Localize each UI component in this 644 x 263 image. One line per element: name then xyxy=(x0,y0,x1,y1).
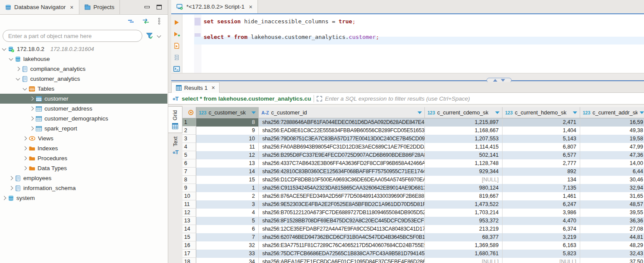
cell-c_customer_sk[interactable]: 7 xyxy=(196,233,259,241)
chevron-right-icon[interactable] xyxy=(23,156,27,161)
row-number[interactable]: 12 xyxy=(182,209,196,217)
close-icon[interactable]: × xyxy=(211,84,215,91)
cell-c_customer_id[interactable]: sha256:ABEA16E7E1ECBDCA6E01CE1095D84E37C… xyxy=(259,258,425,263)
chevron-right-icon[interactable] xyxy=(30,117,34,121)
cell-c_customer_id[interactable]: sha256:FA0ABB6943B98054FC31D12D3E3AEC689… xyxy=(259,143,425,151)
execute-script-button[interactable] xyxy=(174,43,179,49)
cell-c_current_cdemo_sk[interactable]: 213,219 xyxy=(425,225,503,233)
cell-c_current_addr_sk[interactable]: 14,00 xyxy=(580,159,644,168)
cell-c_current_cdemo_sk[interactable]: 1,703,214 xyxy=(425,209,503,217)
cell-c_customer_sk[interactable]: 5 xyxy=(196,217,259,225)
link-with-editor-icon[interactable] xyxy=(142,19,150,24)
table-row-11[interactable]: 113sha256:9E52303CE4FBA2E2F0525E8A5BFBD2… xyxy=(182,200,644,209)
cell-c_customer_id[interactable]: sha256:C9115342454A2323DA815865CAA326064… xyxy=(259,184,425,192)
table-row-6[interactable]: 613sha256:4337C7AB6432E3B06FF4A3636FD2F8… xyxy=(182,159,644,168)
cell-c_customer_sk[interactable]: 34 xyxy=(196,258,259,263)
collapse-all-icon[interactable] xyxy=(128,19,134,23)
row-number[interactable]: 6 xyxy=(182,159,196,168)
cell-c_current_hdemo_sk[interactable]: 3,219 xyxy=(503,233,580,241)
cell-c_current_addr_sk[interactable]: 19,58 xyxy=(580,135,644,143)
row-number[interactable]: 18 xyxy=(182,258,196,263)
cell-c_current_cdemo_sk[interactable]: [NULL] xyxy=(425,258,503,263)
cell-c_customer_id[interactable]: sha256:620746BED947362BCD6CF31B0A4C547DD… xyxy=(259,233,425,241)
cell-c_customer_id[interactable]: sha256:12CE35EFDABF272A4A47E9FA9CC5D4113… xyxy=(259,225,425,233)
view-menu-icon[interactable] xyxy=(157,18,161,25)
cell-c_current_addr_sk[interactable]: 48,57 xyxy=(580,200,644,209)
cell-c_customer_sk[interactable]: 33 xyxy=(196,250,259,258)
column-header-c_customer_id[interactable]: A-Zc_customer_id xyxy=(259,107,425,118)
cell-c_customer_id[interactable]: sha256:75DC7FCB6686EDA72565C1B838CA7FC43… xyxy=(259,250,425,258)
cell-c_current_hdemo_sk[interactable]: 5,823 xyxy=(503,250,580,258)
chevron-right-icon[interactable] xyxy=(16,67,20,71)
cell-c_current_addr_sk[interactable]: 6,44 xyxy=(580,168,644,176)
row-number[interactable]: 16 xyxy=(182,241,196,250)
cell-c_customer_sk[interactable]: 6 xyxy=(196,225,259,233)
expand-filter-icon[interactable] xyxy=(317,96,322,101)
cell-c_customer_id[interactable]: sha256:E3A77511F81C7289C76C4065217D5D406… xyxy=(259,241,425,250)
filter-funnel-icon[interactable] xyxy=(146,32,154,39)
tree-item-connection-172-18-0-2[interactable]: 172.18.0.2172.18.0.2:31604 xyxy=(0,44,167,54)
row-number[interactable]: 14 xyxy=(182,225,196,233)
panel-sash-vertical[interactable] xyxy=(168,0,171,82)
chevron-right-icon[interactable] xyxy=(23,146,27,151)
execute-statement-button[interactable] xyxy=(174,19,179,25)
chevron-right-icon[interactable] xyxy=(30,107,34,111)
column-menu-arrow-icon[interactable] xyxy=(251,111,256,114)
cell-c_current_addr_sk[interactable]: 32,43 xyxy=(580,250,644,258)
tab-projects[interactable]: Projects xyxy=(79,0,120,14)
collapse-down-icon[interactable] xyxy=(501,79,505,82)
cell-c_customer_id[interactable]: sha256:876ACE5EFED349A2D56F77D5084891433… xyxy=(259,192,425,200)
tree-item-views[interactable]: Views xyxy=(0,133,167,143)
row-number[interactable]: 2 xyxy=(182,127,196,135)
cell-c_current_cdemo_sk[interactable]: 953,372 xyxy=(425,217,503,225)
cell-c_current_hdemo_sk[interactable]: 1,461 xyxy=(503,192,580,200)
cell-c_current_cdemo_sk[interactable]: 819,667 xyxy=(425,192,503,200)
cell-c_current_hdemo_sk[interactable]: 3,986 xyxy=(503,209,580,217)
search-input[interactable] xyxy=(3,30,142,42)
row-number[interactable]: 15 xyxy=(182,233,196,241)
grid-corner-cell[interactable] xyxy=(182,107,196,118)
cell-c_customer_sk[interactable]: 2 xyxy=(196,192,259,200)
code-line[interactable] xyxy=(204,25,644,33)
chevron-down-icon[interactable] xyxy=(16,76,20,80)
table-row-12[interactable]: 124sha256:B705122120A673FC7DE6889727DB11… xyxy=(182,209,644,217)
results-filter-bar[interactable]: «T select * from lakehouse.customer_anal… xyxy=(168,93,644,105)
column-header-c_customer_sk[interactable]: 123c_customer_sk xyxy=(196,107,259,118)
cell-c_current_addr_sk[interactable]: 36,36 xyxy=(580,217,644,225)
chevron-right-icon[interactable] xyxy=(30,127,34,131)
minimize-icon[interactable] xyxy=(145,6,150,8)
table-row-9[interactable]: 91sha256:C9115342454A2323DA815865CAA3260… xyxy=(182,184,644,192)
row-number[interactable]: 11 xyxy=(182,200,196,209)
cell-c_current_addr_sk[interactable]: 39,55 xyxy=(580,209,644,217)
cell-c_customer_sk[interactable]: 11 xyxy=(196,143,259,151)
cell-c_current_hdemo_sk[interactable]: 892 xyxy=(503,168,580,176)
tree-item-spark-report[interactable]: spark_report xyxy=(0,124,167,133)
column-menu-arrow-icon[interactable] xyxy=(418,111,422,114)
column-menu-arrow-icon[interactable] xyxy=(495,111,499,114)
cell-c_current_cdemo_sk[interactable]: 1,128,748 xyxy=(425,159,503,168)
table-row-7[interactable]: 714sha256:42810C83B0360CE125634F068BAF8F… xyxy=(182,168,644,176)
cell-c_current_cdemo_sk[interactable]: 1,114,415 xyxy=(425,143,503,151)
cell-c_current_cdemo_sk[interactable]: 1,168,667 xyxy=(425,127,503,135)
cell-c_current_addr_sk[interactable]: 48,29 xyxy=(580,241,644,250)
cell-c_customer_id[interactable]: sha256:9E52303CE4FBA2E2F0525E8A5BFBD2C1A… xyxy=(259,200,425,209)
table-row-17[interactable]: 1733sha256:75DC7FCB6686EDA72565C1B838CA7… xyxy=(182,250,644,258)
tree-item-information-schema[interactable]: information_schema xyxy=(0,183,167,193)
row-number[interactable]: 10 xyxy=(182,192,196,200)
cell-c_current_hdemo_sk[interactable]: 5,143 xyxy=(503,135,580,143)
cell-c_current_cdemo_sk[interactable]: 502,141 xyxy=(425,151,503,159)
table-row-10[interactable]: 102sha256:876ACE5EFED349A2D56F77D5084891… xyxy=(182,192,644,200)
explain-plan-button[interactable] xyxy=(174,54,179,60)
tab-sql-script[interactable]: *<172.18.0.2> Script-1 × xyxy=(171,0,258,13)
collapse-up-icon[interactable] xyxy=(493,79,497,82)
cell-c_current_addr_sk[interactable]: 44,81 xyxy=(580,233,644,241)
cell-c_customer_sk[interactable]: 12 xyxy=(196,151,259,159)
maximize-icon[interactable] xyxy=(157,5,162,10)
column-menu-arrow-icon[interactable] xyxy=(640,111,644,114)
tree-item-data-types[interactable]: Data Types xyxy=(0,163,167,173)
chevron-right-icon[interactable] xyxy=(23,136,27,141)
cell-c_current_cdemo_sk[interactable]: 1,473,522 xyxy=(425,200,503,209)
row-number[interactable]: 7 xyxy=(182,168,196,176)
tree-item-employees[interactable]: employees xyxy=(0,173,167,183)
cell-c_current_hdemo_sk[interactable]: [NULL] xyxy=(503,258,580,263)
